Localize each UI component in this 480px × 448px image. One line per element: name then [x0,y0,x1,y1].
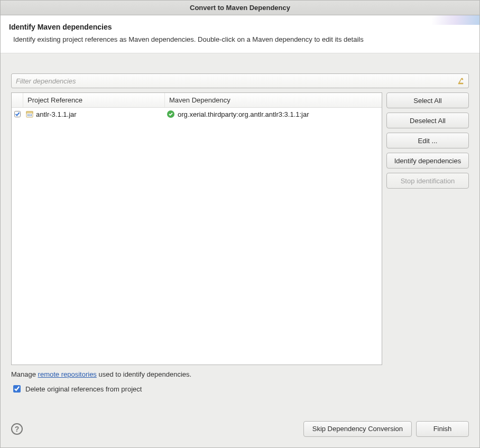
table-body: 010 antlr-3.1.1.jar org.xerial. [12,108,382,365]
remote-repositories-link[interactable]: remote repositories [38,370,97,378]
identify-dependencies-button[interactable]: Identify dependencies [386,153,469,169]
dependency-table: Project Reference Maven Dependency [11,92,382,365]
row-dependency-cell: org.xerial.thirdparty:org.antlr.antlr3:3… [165,110,382,118]
header-banner-decoration [432,15,479,25]
table-header: Project Reference Maven Dependency [12,93,382,108]
finish-button[interactable]: Finish [416,421,469,437]
window-title: Convert to Maven Dependency [190,4,290,12]
svg-rect-2 [26,111,33,113]
body-area: Project Reference Maven Dependency [1,53,479,417]
header-area: Identify Maven dependencies Identify exi… [1,15,479,53]
footer: ? Skip Dependency Conversion Finish [1,417,479,447]
delete-original-checkbox[interactable] [13,385,21,393]
side-button-column: Select All Deselect All Edit ... Identif… [386,92,469,365]
main-row: Project Reference Maven Dependency [11,92,469,365]
success-icon [167,110,174,118]
jar-file-icon: 010 [25,110,34,118]
row-dependency-text: org.xerial.thirdparty:org.antlr.antlr3:3… [178,110,309,118]
column-header-dependency[interactable]: Maven Dependency [165,93,382,107]
help-icon[interactable]: ? [11,423,23,435]
svg-text:010: 010 [27,114,32,117]
page-title: Identify Maven dependencies [9,23,471,31]
manage-prefix: Manage [11,370,38,378]
clear-filter-icon[interactable] [457,77,465,85]
row-reference-text: antlr-3.1.1.jar [36,110,77,118]
skip-dependency-conversion-button[interactable]: Skip Dependency Conversion [303,421,412,437]
column-header-reference[interactable]: Project Reference [23,93,165,107]
manage-repositories-text: Manage remote repositories used to ident… [11,370,469,378]
row-checkbox-cell[interactable] [12,111,23,117]
column-header-checkbox [12,93,23,107]
edit-button[interactable]: Edit ... [386,133,469,148]
dialog-window: Convert to Maven Dependency Identify Mav… [0,0,480,448]
table-row[interactable]: 010 antlr-3.1.1.jar org.xerial. [12,108,382,120]
filter-row [11,73,469,88]
filter-input[interactable] [15,77,457,86]
delete-original-label: Delete original references from project [25,385,142,393]
checkbox-checked-icon [14,111,21,117]
titlebar: Convert to Maven Dependency [1,1,479,15]
deselect-all-button[interactable]: Deselect All [386,113,469,128]
select-all-button[interactable]: Select All [386,92,469,108]
row-reference-cell: 010 antlr-3.1.1.jar [23,110,165,118]
stop-identification-button: Stop identification [386,173,469,189]
page-description: Identify existing project references as … [13,35,471,43]
manage-suffix: used to identify dependencies. [97,370,191,378]
delete-original-checkbox-row[interactable]: Delete original references from project [11,384,469,394]
